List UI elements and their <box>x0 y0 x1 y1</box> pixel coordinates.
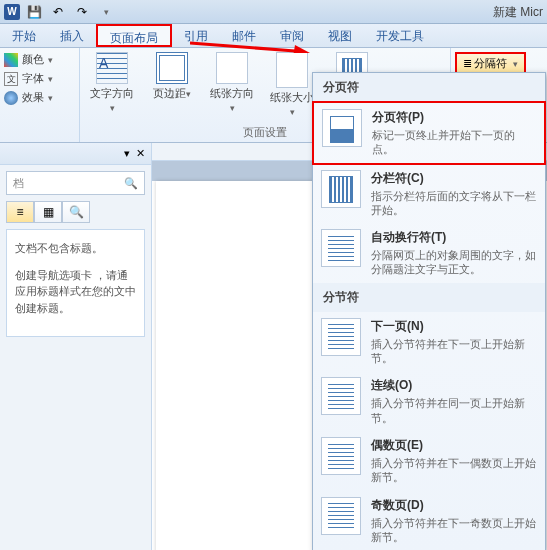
svg-marker-1 <box>293 45 310 53</box>
tab-page-layout[interactable]: 页面布局 <box>96 24 172 47</box>
nav-tab-pages[interactable]: ▦ <box>34 201 62 223</box>
theme-colors-button[interactable]: 颜色▾ <box>4 52 75 67</box>
continuous-icon <box>321 377 361 415</box>
column-break-icon <box>321 170 361 208</box>
redo-button[interactable]: ↷ <box>72 3 92 21</box>
svg-line-0 <box>190 43 295 51</box>
chevron-down-icon: ▾ <box>513 59 518 69</box>
theme-effects-button[interactable]: 效果▾ <box>4 90 75 105</box>
qat-customize-icon[interactable]: ▾ <box>96 3 116 21</box>
group-themes: 颜色▾ 文字体▾ 效果▾ <box>0 48 80 142</box>
text-direction-button[interactable]: A文字方向▾ <box>88 52 136 117</box>
orientation-icon <box>216 52 248 84</box>
even-page-icon <box>321 437 361 475</box>
breaks-dropdown: 分页符 分页符(P)标记一页终止并开始下一页的点。 分栏符(C)指示分栏符后面的… <box>312 72 546 550</box>
paper-size-icon <box>276 52 308 88</box>
undo-button[interactable]: ↶ <box>48 3 68 21</box>
tab-start[interactable]: 开始 <box>0 24 48 47</box>
annotation-arrow-icon <box>190 33 310 53</box>
section-page-breaks: 分页符 <box>313 73 545 102</box>
nav-body: 文档不包含标题。 创建导航选项卡 ，请通应用标题样式在您的文中创建标题。 <box>6 229 145 337</box>
save-button[interactable]: 💾 <box>24 3 44 21</box>
nav-tab-results[interactable]: 🔍 <box>62 201 90 223</box>
menu-text-wrap-break[interactable]: 自动换行符(T)分隔网页上的对象周围的文字，如分隔题注文字与正文。 <box>313 223 545 283</box>
menu-even-page[interactable]: 偶数页(E)插入分节符并在下一偶数页上开始新节。 <box>313 431 545 491</box>
margins-button[interactable]: 页边距▾ <box>148 52 196 117</box>
menu-page-break[interactable]: 分页符(P)标记一页终止并开始下一页的点。 <box>312 101 546 165</box>
page-break-icon <box>322 109 362 147</box>
nav-search-input[interactable]: 档 🔍 <box>6 171 145 195</box>
next-page-icon <box>321 318 361 356</box>
paper-size-button[interactable]: 纸张大小▾ <box>268 52 316 117</box>
colors-icon <box>4 53 18 67</box>
menu-odd-page[interactable]: 奇数页(D)插入分节符并在下一奇数页上开始新节。 <box>313 491 545 550</box>
window-title: 新建 Micr <box>493 4 543 21</box>
navigation-pane: ▾ ✕ 档 🔍 ≡ ▦ 🔍 文档不包含标题。 创建导航选项卡 ，请通应用标题样式… <box>0 143 152 550</box>
word-icon[interactable]: W <box>4 4 20 20</box>
title-bar: W 💾 ↶ ↷ ▾ 新建 Micr <box>0 0 547 24</box>
tab-view[interactable]: 视图 <box>316 24 364 47</box>
chevron-down-icon[interactable]: ▾ <box>124 147 130 160</box>
quick-access-toolbar: W 💾 ↶ ↷ ▾ <box>4 3 116 21</box>
odd-page-icon <box>321 497 361 535</box>
orientation-button[interactable]: 纸张方向▾ <box>208 52 256 117</box>
search-icon: 🔍 <box>124 177 138 190</box>
tab-devtools[interactable]: 开发工具 <box>364 24 436 47</box>
text-wrap-icon <box>321 229 361 267</box>
menu-continuous[interactable]: 连续(O)插入分节符并在同一页上开始新节。 <box>313 371 545 431</box>
nav-pane-header: ▾ ✕ <box>0 143 151 165</box>
theme-fonts-button[interactable]: 文字体▾ <box>4 71 75 86</box>
tab-insert[interactable]: 插入 <box>48 24 96 47</box>
menu-next-page[interactable]: 下一页(N)插入分节符并在下一页上开始新节。 <box>313 312 545 372</box>
fonts-icon: 文 <box>4 72 18 86</box>
effects-icon <box>4 91 18 105</box>
margins-icon <box>156 52 188 84</box>
breaks-icon: ≣ <box>463 57 472 70</box>
text-direction-icon: A <box>96 52 128 84</box>
section-section-breaks: 分节符 <box>313 283 545 312</box>
menu-column-break[interactable]: 分栏符(C)指示分栏符后面的文字将从下一栏开始。 <box>313 164 545 224</box>
nav-tabs: ≡ ▦ 🔍 <box>6 201 145 223</box>
close-icon[interactable]: ✕ <box>136 147 145 160</box>
nav-tab-headings[interactable]: ≡ <box>6 201 34 223</box>
